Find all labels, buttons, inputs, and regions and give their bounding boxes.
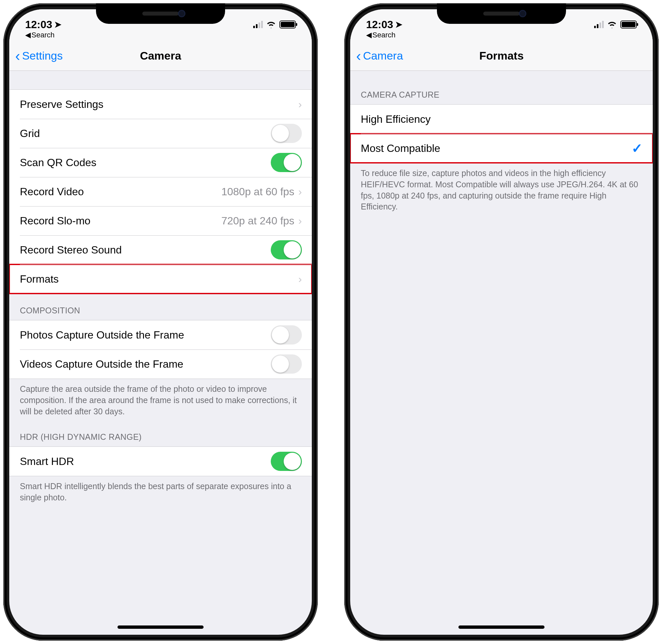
nav-back-label: Settings: [22, 49, 63, 62]
location-icon: ➤: [395, 20, 403, 30]
nav-back-label: Camera: [363, 49, 403, 62]
breadcrumb-back-app[interactable]: ◀ Search: [25, 31, 54, 39]
videos-outside-toggle[interactable]: [271, 354, 302, 374]
row-label: Videos Capture Outside the Frame: [20, 358, 271, 370]
formats-content[interactable]: CAMERA CAPTURE High Efficiency Most Comp…: [350, 71, 653, 635]
status-time: 12:03 ➤: [366, 19, 403, 31]
row-record-video[interactable]: Record Video 1080p at 60 fps ›: [9, 177, 312, 206]
phone-frame-left: 12:03 ➤ ◀ Search ‹ Settings: [3, 3, 318, 641]
chevron-left-icon: ‹: [356, 49, 361, 63]
chevron-right-icon: ›: [298, 273, 302, 285]
scan-qr-toggle[interactable]: [271, 153, 302, 172]
back-app-label: Search: [372, 31, 395, 39]
chevron-right-icon: ›: [298, 186, 302, 198]
back-triangle-icon: ◀: [25, 31, 31, 39]
row-label: Record Slo-mo: [20, 215, 222, 227]
wifi-icon: [266, 21, 276, 28]
row-label: Photos Capture Outside the Frame: [20, 329, 271, 341]
row-high-efficiency[interactable]: High Efficiency: [350, 105, 653, 134]
row-preserve-settings[interactable]: Preserve Settings ›: [9, 90, 312, 119]
row-label: Grid: [20, 128, 271, 140]
settings-content[interactable]: Preserve Settings › Grid Scan QR Codes R…: [9, 71, 312, 635]
status-time: 12:03 ➤: [25, 19, 62, 31]
checkmark-icon: ✓: [632, 141, 643, 156]
wifi-icon: [607, 21, 617, 28]
nav-bar: ‹ Settings Camera: [9, 41, 312, 71]
group-footer-composition: Capture the area outside the frame of th…: [9, 379, 312, 420]
notch: [96, 3, 225, 24]
breadcrumb-back-app[interactable]: ◀ Search: [366, 31, 395, 39]
chevron-left-icon: ‹: [15, 49, 20, 63]
row-label: Formats: [20, 273, 298, 285]
nav-bar: ‹ Camera Formats: [350, 41, 653, 71]
row-grid[interactable]: Grid: [9, 119, 312, 148]
time-text: 12:03: [366, 19, 393, 31]
chevron-right-icon: ›: [298, 215, 302, 227]
row-label: Scan QR Codes: [20, 157, 271, 169]
screen-right: 12:03 ➤ ◀ Search ‹ Camera Fo: [350, 9, 653, 635]
home-indicator[interactable]: [117, 625, 204, 629]
group-footer-hdr: Smart HDR intelligently blends the best …: [9, 476, 312, 507]
group-header-camera-capture: CAMERA CAPTURE: [350, 71, 653, 104]
row-photos-outside-frame[interactable]: Photos Capture Outside the Frame: [9, 320, 312, 349]
settings-group-main: Preserve Settings › Grid Scan QR Codes R…: [9, 89, 312, 294]
photos-outside-toggle[interactable]: [271, 325, 302, 345]
row-label: Record Video: [20, 186, 222, 198]
row-most-compatible[interactable]: Most Compatible ✓: [350, 134, 653, 163]
battery-icon: [279, 21, 296, 28]
cellular-icon: [253, 21, 263, 28]
row-label: Preserve Settings: [20, 98, 298, 111]
cellular-icon: [594, 21, 604, 28]
stereo-toggle[interactable]: [271, 240, 302, 259]
row-scan-qr[interactable]: Scan QR Codes: [9, 148, 312, 177]
front-camera: [519, 10, 526, 17]
notch: [437, 3, 566, 24]
row-videos-outside-frame[interactable]: Videos Capture Outside the Frame: [9, 349, 312, 378]
time-text: 12:03: [25, 19, 52, 31]
smart-hdr-toggle[interactable]: [271, 452, 302, 471]
formats-group: High Efficiency Most Compatible ✓: [350, 104, 653, 163]
nav-back-button[interactable]: ‹ Settings: [9, 49, 63, 63]
chevron-right-icon: ›: [298, 98, 302, 111]
grid-toggle[interactable]: [271, 124, 302, 143]
settings-group-hdr: Smart HDR: [9, 446, 312, 476]
row-detail: 720p at 240 fps: [222, 215, 299, 227]
row-formats[interactable]: Formats ›: [9, 264, 312, 294]
front-camera: [178, 10, 185, 17]
group-header-hdr: HDR (HIGH DYNAMIC RANGE): [9, 420, 312, 446]
row-label: Most Compatible: [361, 142, 632, 155]
back-triangle-icon: ◀: [366, 31, 372, 39]
speaker-grille: [142, 12, 179, 16]
speaker-grille: [483, 12, 520, 16]
settings-group-composition: Photos Capture Outside the Frame Videos …: [9, 320, 312, 379]
row-record-stereo[interactable]: Record Stereo Sound: [9, 235, 312, 264]
group-footer-formats: To reduce file size, capture photos and …: [350, 163, 653, 216]
row-label: Smart HDR: [20, 455, 271, 468]
back-app-label: Search: [31, 31, 54, 39]
battery-icon: [620, 21, 637, 28]
row-label: High Efficiency: [361, 113, 643, 125]
row-detail: 1080p at 60 fps: [222, 186, 299, 198]
row-label: Record Stereo Sound: [20, 244, 271, 256]
group-header-composition: COMPOSITION: [9, 294, 312, 320]
home-indicator[interactable]: [458, 625, 545, 629]
nav-back-button[interactable]: ‹ Camera: [350, 49, 403, 63]
row-smart-hdr[interactable]: Smart HDR: [9, 447, 312, 476]
screen-left: 12:03 ➤ ◀ Search ‹ Settings: [9, 9, 312, 635]
location-icon: ➤: [54, 20, 62, 30]
row-record-slomo[interactable]: Record Slo-mo 720p at 240 fps ›: [9, 206, 312, 235]
phone-frame-right: 12:03 ➤ ◀ Search ‹ Camera Fo: [344, 3, 659, 641]
